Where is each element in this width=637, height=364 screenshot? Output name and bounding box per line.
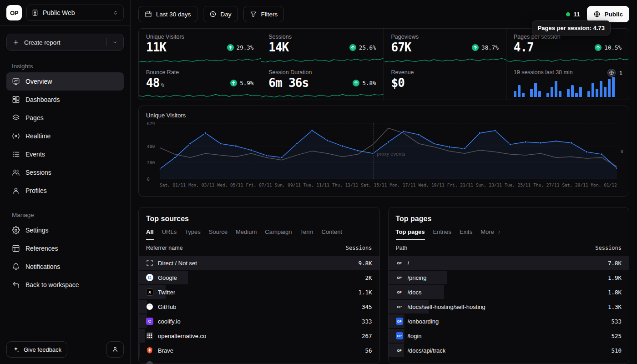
tab-types[interactable]: Types — [185, 228, 201, 240]
live-sessions-card[interactable]: 19 sessions last 30 min 1 — [506, 64, 629, 100]
table-row[interactable]: GGoogle2K — [139, 270, 379, 285]
profiles-icon — [12, 187, 20, 195]
sidebar-item-profiles[interactable]: Profiles — [6, 182, 124, 200]
tab-term[interactable]: Term — [300, 228, 313, 240]
table-row[interactable]: Brave56 — [139, 343, 379, 358]
table-row[interactable]: OP/onboarding533 — [389, 314, 629, 329]
sidebar-item-label: Overview — [25, 78, 52, 85]
live-bar — [522, 93, 525, 97]
table-row[interactable]: OP/7.8K — [389, 256, 629, 270]
table-row[interactable]: XTwitter1.1K — [139, 285, 379, 299]
public-button[interactable]: Public — [587, 6, 629, 22]
row-label: Direct / Not set — [158, 260, 197, 267]
sidebar-item-settings[interactable]: Settings — [6, 221, 124, 239]
column-header: Referrer name — [146, 245, 183, 251]
github-icon — [146, 303, 153, 310]
table-row[interactable]: OP/docs/api/track510 — [389, 343, 629, 358]
row-value: 510 — [611, 347, 622, 354]
metric-value: 14K — [268, 41, 288, 53]
sidebar-item-label: Pages — [25, 114, 44, 121]
live-bar — [555, 81, 557, 97]
chevrons-up-down-icon — [112, 10, 119, 16]
create-report-label: Create report — [24, 39, 61, 46]
filters-button[interactable]: Filters — [243, 6, 284, 22]
tab-urls[interactable]: URLs — [162, 228, 177, 240]
tab-entries[interactable]: Entries — [433, 228, 451, 240]
tab-medium[interactable]: Medium — [236, 228, 257, 240]
x-axis-tick: Sat, 29/11 — [562, 182, 588, 187]
table-row[interactable]: OP — [389, 358, 629, 364]
sidebar-item-label: Back to workspace — [25, 281, 79, 288]
sidebar-item-realtime[interactable]: Realtime — [6, 127, 124, 145]
sidebar-item-references[interactable]: References — [6, 239, 124, 258]
metric-card-sessions[interactable]: Sessions 14K 25.6% — [261, 29, 384, 64]
metric-card-session-duration[interactable]: Session Duration 6m 36s 5.8% — [261, 64, 384, 100]
metric-sparkline — [384, 58, 506, 64]
table-row[interactable]: OP/docs1.8K — [389, 285, 629, 299]
tab-more[interactable]: More — [480, 228, 501, 240]
x-axis-tick: Sat, 15/11 — [361, 182, 387, 187]
online-visitors-badge[interactable]: 11 — [566, 11, 580, 18]
table-row[interactable]: OP/login525 — [389, 329, 629, 343]
x-axis-tick: Sun, 09/11 — [275, 182, 301, 187]
metric-card-pageviews[interactable]: Pageviews 67K 38.7% — [384, 29, 506, 64]
line-chart-plot[interactable]: proxy events — [160, 123, 617, 179]
x-axis-tick: Mon, 17/11 — [389, 182, 415, 187]
row-value: 345 — [362, 303, 372, 310]
metric-sparkline — [139, 58, 261, 64]
live-bar — [538, 91, 541, 97]
metric-card-revenue[interactable]: Revenue $0 — [384, 64, 506, 100]
openalternative-icon — [146, 332, 153, 339]
trend-up-icon — [353, 80, 359, 86]
live-bar — [514, 91, 516, 97]
date-range-button[interactable]: Last 30 days — [138, 6, 197, 22]
live-bar — [575, 93, 578, 97]
table-row[interactable]: Ccoolify.io333 — [139, 314, 379, 329]
metric-card-bounce-rate[interactable]: Bounce Rate 48% 5.9% — [139, 64, 261, 100]
metric-sparkline — [506, 58, 629, 64]
sidebar-item-back-to-workspace[interactable]: Back to workspace — [6, 276, 124, 294]
sidebar-item-sessions[interactable]: Sessions — [6, 163, 124, 182]
coolify-icon: C — [146, 318, 153, 325]
live-bar — [518, 85, 521, 97]
table-row[interactable]: Direct / Not set9.8K — [139, 256, 379, 270]
interval-button[interactable]: Day — [203, 6, 238, 22]
metric-change: 5.8% — [353, 80, 376, 86]
x-axis-tick: Mon, 01/12 — [591, 182, 617, 187]
row-value: 1.9K — [608, 274, 622, 281]
user-menu-button[interactable] — [106, 341, 124, 358]
table-header: Path Sessions — [389, 240, 629, 256]
sidebar-item-notifications[interactable]: Notifications — [6, 258, 124, 276]
give-feedback-button[interactable]: Give feedback — [6, 341, 67, 358]
tab-all[interactable]: All — [146, 228, 154, 240]
trend-up-icon — [595, 44, 602, 51]
workspace-selector[interactable]: Public Web — [26, 5, 124, 21]
chevron-down-icon[interactable] — [111, 39, 118, 46]
row-label: / — [408, 260, 410, 267]
create-report-button[interactable]: Create report — [6, 34, 124, 51]
column-header: Sessions — [595, 245, 622, 251]
live-bar — [600, 81, 602, 97]
table-row[interactable]: GitHub345 — [139, 299, 379, 314]
sidebar-item-pages[interactable]: Pages — [6, 109, 124, 127]
topbar-right: 11 Public — [566, 6, 629, 22]
tab-exits[interactable]: Exits — [460, 228, 472, 240]
tab-source[interactable]: Source — [209, 228, 228, 240]
live-bar — [612, 77, 615, 97]
row-label: /docs/self-hosting/self-hosting — [408, 303, 485, 310]
live-bar — [534, 83, 537, 97]
metric-card-unique-visitors[interactable]: Unique Visitors 11K 29.3% — [139, 29, 261, 64]
table-row[interactable]: OP/docs/self-hosting/self-hosting1.3K — [389, 299, 629, 314]
sidebar-item-dashboards[interactable]: Dashboards — [6, 91, 124, 109]
table-row[interactable]: OP/pricing1.9K — [389, 270, 629, 285]
table-row[interactable]: openalternative.co267 — [139, 329, 379, 343]
tab-top-pages[interactable]: Top pages — [396, 228, 425, 240]
sidebar-item-events[interactable]: Events — [6, 145, 124, 163]
table-row[interactable] — [139, 358, 379, 364]
right-axis-tick: 0 — [621, 149, 623, 154]
tab-campaign[interactable]: Campaign — [265, 228, 292, 240]
sidebar-item-overview[interactable]: Overview — [6, 72, 124, 91]
tab-content[interactable]: Content — [321, 228, 342, 240]
metric-label: Revenue — [391, 69, 499, 76]
row-value: 1.3K — [608, 303, 622, 310]
